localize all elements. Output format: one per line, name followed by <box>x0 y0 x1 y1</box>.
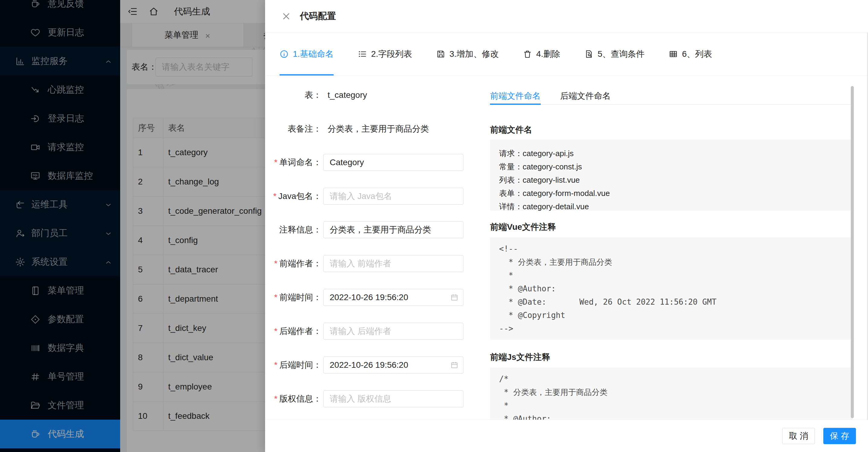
section-title-vue-comment: 前端Vue文件注释 <box>490 221 556 233</box>
close-icon[interactable] <box>282 12 291 21</box>
required-asterisk: * <box>274 259 277 268</box>
tab-delete[interactable]: 4.删除 <box>523 33 560 75</box>
tab-basic-naming[interactable]: 1.基础命名 <box>280 33 334 75</box>
file-line-request: 请求：category-api.js <box>499 147 843 160</box>
info-circle-icon <box>280 50 289 59</box>
required-asterisk: * <box>274 360 277 370</box>
cancel-button[interactable]: 取 消 <box>782 428 815 444</box>
window-scrollbar-edge <box>867 33 868 452</box>
js-comment-box: /* * 分类表，主要用于商品分类 * * @Author: <box>490 367 852 420</box>
file-line-list: 列表：category-list.vue <box>499 173 843 187</box>
frontend-author-input[interactable] <box>323 255 463 272</box>
word-name-input[interactable] <box>323 154 463 171</box>
required-asterisk: * <box>273 191 277 201</box>
drawer-body: 表： t_category 表备注： 分类表，主要用于商品分类 *单词命名： *… <box>265 76 868 420</box>
vue-comment-box: <!-- * 分类表，主要用于商品分类 * * @Author: * @Date… <box>490 237 852 340</box>
list-icon <box>358 50 367 59</box>
section-title-frontend-files: 前端文件名 <box>490 124 532 135</box>
frontend-files-box: 请求：category-api.js 常量：category-const.js … <box>490 140 852 211</box>
table-grid-icon <box>669 50 678 59</box>
table-comment-value: 分类表，主要用于商品分类 <box>328 120 429 138</box>
required-asterisk: * <box>274 293 277 302</box>
drawer-title: 代码配置 <box>300 10 336 22</box>
file-search-icon <box>584 50 593 59</box>
form-row-table-comment: 表备注： 分类表，主要用于商品分类 <box>265 120 476 138</box>
file-naming-panel: 前端文件命名 后端文件命名 前端文件名 请求：category-api.js 常… <box>490 76 852 420</box>
tab-query-conditions[interactable]: 5、查询条件 <box>584 33 645 75</box>
form-row-copyright: *版权信息： <box>265 390 476 407</box>
trash-icon <box>523 50 532 59</box>
required-asterisk: * <box>274 394 277 404</box>
form-row-backend-author: *后端作者： <box>265 323 476 340</box>
tab-add-modify[interactable]: 3.增加、修改 <box>436 33 499 75</box>
form-row-comment-info: 注释信息： <box>265 221 476 238</box>
tab-list[interactable]: 6、列表 <box>669 33 712 75</box>
form-row-word-name: *单词命名： <box>265 154 476 171</box>
tab-frontend-file-naming[interactable]: 前端文件命名 <box>490 88 541 104</box>
calendar-icon[interactable] <box>450 293 459 302</box>
drawer-tabs: 1.基础命名 2.字段列表 3.增加、修改 4.删除 5、查询条件 6、列表 <box>265 33 868 76</box>
calendar-icon[interactable] <box>450 361 459 369</box>
drawer-scrollbar[interactable] <box>851 86 854 418</box>
comment-info-input[interactable] <box>323 221 463 238</box>
required-asterisk: * <box>274 326 277 336</box>
form-row-table: 表： t_category <box>265 87 476 103</box>
code-config-drawer: 代码配置 1.基础命名 2.字段列表 3.增加、修改 4.删除 5、查询条件 6… <box>265 0 868 452</box>
required-asterisk: * <box>274 158 277 167</box>
panel-tabs: 前端文件命名 后端文件命名 <box>490 88 852 105</box>
java-package-input[interactable] <box>323 188 463 205</box>
form-row-backend-time: *后端时间： <box>265 357 476 373</box>
backend-time-input[interactable] <box>323 357 463 373</box>
tab-backend-file-naming[interactable]: 后端文件命名 <box>560 88 611 104</box>
js-comment-code: /* * 分类表，主要用于商品分类 * * @Author: <box>499 372 843 420</box>
save-button[interactable]: 保 存 <box>823 428 856 444</box>
table-name-value: t_category <box>328 87 367 103</box>
drawer-header: 代码配置 <box>265 0 868 33</box>
file-line-detail: 详情：category-detail.vue <box>499 200 843 213</box>
copyright-input[interactable] <box>323 390 463 407</box>
drawer-footer: 取 消 保 存 <box>265 420 868 452</box>
save-icon <box>436 50 445 59</box>
backend-author-input[interactable] <box>323 323 463 340</box>
vue-comment-code: <!-- * 分类表，主要用于商品分类 * * @Author: * @Date… <box>499 242 843 335</box>
form-row-frontend-time: *前端时间： <box>265 289 476 306</box>
form-row-java-package: *Java包名： <box>265 188 476 205</box>
tab-field-list[interactable]: 2.字段列表 <box>358 33 412 75</box>
section-title-js-comment: 前端Js文件注释 <box>490 352 550 363</box>
file-line-form: 表单：category-form-modal.vue <box>499 187 843 200</box>
file-line-const: 常量：category-const.js <box>499 160 843 173</box>
form-row-frontend-author: *前端作者： <box>265 255 476 272</box>
frontend-time-input[interactable] <box>323 289 463 306</box>
drawer-mask[interactable] <box>0 0 265 452</box>
